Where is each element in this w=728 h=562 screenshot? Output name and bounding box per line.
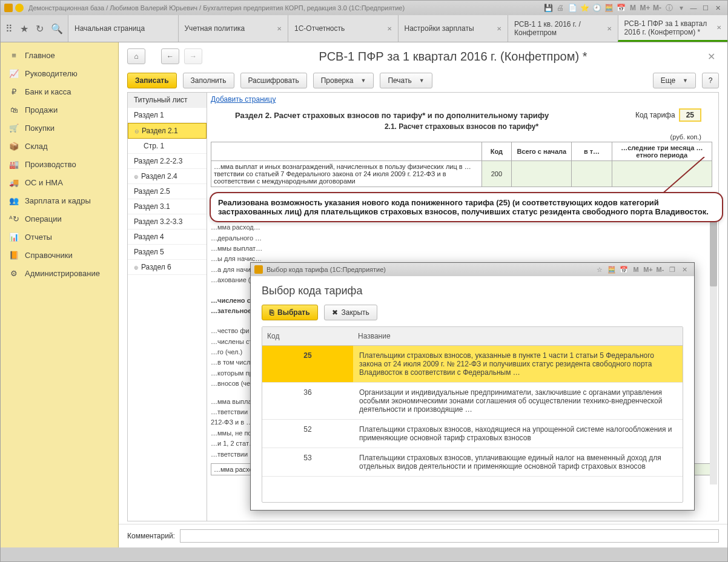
print-button[interactable]: Печать▼: [380, 73, 432, 88]
dialog-calc-icon[interactable]: 🧮: [607, 266, 617, 274]
nav-sales[interactable]: 🛍Продажи: [1, 101, 118, 119]
check-button[interactable]: Проверка▼: [313, 73, 374, 88]
doc-close-button[interactable]: ✕: [704, 51, 719, 62]
toolbar-save-icon[interactable]: 💾: [543, 3, 553, 13]
doc-title: РСВ-1 ПФР за 1 квартал 2016 г. (Конфетпр…: [207, 50, 699, 64]
kod-tarif-value[interactable]: 25: [679, 108, 701, 122]
tab-policy[interactable]: Учетная политика✕: [178, 15, 288, 42]
memory-mplus[interactable]: M+: [640, 3, 650, 13]
dialog-heading: Выбор кода тарифа: [262, 285, 683, 297]
nav-hr[interactable]: 👥Зарплата и кадры: [1, 191, 118, 210]
toolbar-calc-icon[interactable]: 🧮: [604, 3, 614, 13]
section-item[interactable]: Раздел 1: [128, 108, 207, 123]
memory-mminus[interactable]: M-: [652, 3, 662, 13]
comment-row: Комментарий:: [119, 524, 727, 547]
history-icon[interactable]: ↻: [36, 23, 44, 35]
ops-icon: ᴬ↻: [9, 214, 19, 223]
section-item[interactable]: Титульный лист: [128, 93, 207, 108]
doc-pane-scrollbar[interactable]: [710, 214, 717, 484]
decode-button[interactable]: Расшифровать: [240, 73, 307, 88]
dialog-logo-icon: [254, 265, 263, 274]
forward-button[interactable]: →: [184, 48, 202, 64]
section-item[interactable]: ⊕Раздел 6: [128, 260, 207, 275]
nav-catalogs[interactable]: 📙Справочники: [1, 246, 118, 264]
tab-rsv-doc[interactable]: РСВ-1 ПФР за 1 квартал 2016 г. (Конфетпр…: [618, 15, 728, 42]
section-item[interactable]: Раздел 2.5: [128, 184, 207, 199]
nav-manager[interactable]: 📈Руководителю: [1, 64, 118, 82]
toolbar-calendar-icon[interactable]: 📅: [616, 3, 626, 13]
section-list: Титульный лист Раздел 1 ⊖Раздел 2.1 Стр.…: [127, 92, 207, 521]
nav-operations[interactable]: ᴬ↻Операции: [1, 210, 118, 228]
dialog-mminus[interactable]: M-: [655, 266, 665, 273]
dialog-calendar-icon[interactable]: 📅: [619, 266, 629, 274]
tab-close-icon[interactable]: ✕: [387, 25, 392, 32]
tab-rsv-list[interactable]: РСВ-1 1 кв. 2016 г. / Конфетпром✕: [508, 15, 618, 42]
close-dialog-button[interactable]: ✖Закрыть: [324, 305, 377, 320]
nav-production[interactable]: 🏭Производство: [1, 155, 118, 173]
section-item[interactable]: Раздел 3.2-3.3: [128, 214, 207, 230]
dialog-close-button[interactable]: ✕: [680, 266, 689, 274]
section-item[interactable]: Раздел 2.2-2.3: [128, 154, 207, 169]
select-button[interactable]: ⎘Выбрать: [262, 305, 318, 320]
toolbar-doc-icon[interactable]: 📄: [568, 3, 577, 13]
memory-m[interactable]: M: [628, 3, 638, 13]
people-icon: 👥: [9, 196, 19, 205]
add-page-link[interactable]: Добавить страницу: [211, 95, 276, 104]
tab-close-icon[interactable]: ✕: [607, 25, 612, 32]
table-row[interactable]: 53 Плательщики страховых взносов, уплачи…: [262, 448, 683, 477]
search-icon[interactable]: 🔍: [51, 23, 63, 35]
report-icon: 📊: [9, 232, 19, 242]
nav-admin[interactable]: ⚙Администрирование: [1, 264, 118, 282]
tab-reporting[interactable]: 1С-Отчетность✕: [288, 15, 398, 42]
dialog-fav-icon[interactable]: ☆: [595, 266, 604, 274]
info-icon[interactable]: ⓘ: [664, 3, 674, 13]
table-row[interactable]: 52 Плательщики страховых взносов, находя…: [262, 420, 683, 448]
section-item[interactable]: Стр. 1: [128, 139, 207, 154]
tab-close-icon[interactable]: ✕: [716, 24, 721, 31]
section-item[interactable]: ⊕Раздел 2.4: [128, 169, 207, 184]
nav-purchases[interactable]: 🛒Покупки: [1, 119, 118, 137]
titlebar: Демонстрационная база / Любимов Валерий …: [1, 1, 727, 15]
section-item-active[interactable]: ⊖Раздел 2.1: [128, 123, 207, 139]
maximize-button[interactable]: ☐: [701, 3, 710, 13]
save-button[interactable]: Записать: [127, 73, 177, 88]
table-row[interactable]: 25 Плательщики страховых взносов, указан…: [262, 346, 683, 383]
toolbar-clock-icon[interactable]: 🕘: [592, 3, 601, 13]
nav-bank[interactable]: ₽Банк и касса: [1, 82, 118, 101]
minimize-button[interactable]: —: [689, 3, 698, 13]
fill-button[interactable]: Заполнить: [183, 73, 234, 88]
tariff-table: Код Название 25 Плательщики страховых вз…: [262, 326, 683, 503]
tab-bar: ⠿ ★ ↻ 🔍 Начальная страница Учетная полит…: [1, 15, 727, 42]
toolbar-star-icon[interactable]: ⭐: [580, 3, 589, 13]
more-button[interactable]: Еще▼: [653, 73, 696, 88]
nav-reports[interactable]: 📊Отчеты: [1, 228, 118, 246]
tab-start[interactable]: Начальная страница: [68, 15, 178, 42]
back-button[interactable]: ←: [161, 48, 179, 64]
nav-stock[interactable]: 📦Склад: [1, 137, 118, 155]
favorite-star-icon[interactable]: ★: [20, 23, 28, 35]
help-button[interactable]: ?: [702, 73, 719, 88]
toolbar-print-icon[interactable]: 🖨: [555, 3, 565, 13]
home-button[interactable]: ⌂: [127, 48, 145, 64]
section-item[interactable]: Раздел 3.1: [128, 199, 207, 214]
tab-close-icon[interactable]: ✕: [497, 25, 501, 32]
dropdown-icon[interactable]: ▾: [677, 3, 686, 13]
select-icon: ⎘: [270, 308, 274, 317]
dialog-mplus[interactable]: M+: [643, 266, 653, 273]
bag-icon: 🛍: [9, 105, 19, 114]
dialog-restore-button[interactable]: ❐: [667, 266, 677, 274]
dialog-m[interactable]: M: [631, 266, 641, 273]
box-icon: 📦: [9, 141, 19, 151]
app-dropdown-icon[interactable]: [15, 4, 24, 12]
nav-main[interactable]: ≡Главное: [1, 46, 118, 64]
section-item[interactable]: Раздел 5: [128, 245, 207, 260]
tab-salary[interactable]: Настройки зарплаты✕: [398, 15, 508, 42]
nav-assets[interactable]: 🚚ОС и НМА: [1, 173, 118, 191]
table-row[interactable]: 36 Организации и индивидуальные предприн…: [262, 383, 683, 420]
comment-input[interactable]: [180, 529, 719, 543]
section-item[interactable]: Раздел 4: [128, 230, 207, 245]
comment-label: Комментарий:: [127, 532, 175, 540]
close-button[interactable]: ✕: [713, 3, 723, 13]
tab-close-icon[interactable]: ✕: [277, 25, 282, 32]
apps-grid-icon[interactable]: ⠿: [5, 23, 13, 35]
